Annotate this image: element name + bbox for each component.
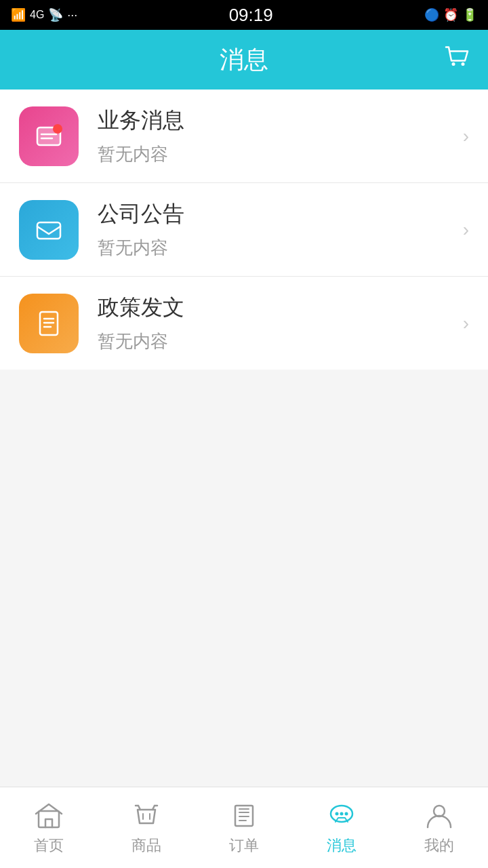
list-item-company-notice[interactable]: 公司公告 暂无内容 › <box>0 183 488 277</box>
svg-rect-5 <box>37 222 60 239</box>
message-list: 业务消息 暂无内容 › 公司公告 暂无内容 › <box>0 90 488 370</box>
svg-point-11 <box>340 812 344 815</box>
nav-item-orders[interactable]: 订单 <box>195 800 293 856</box>
svg-point-12 <box>345 812 348 815</box>
orders-icon <box>228 800 260 831</box>
nav-label-messages: 消息 <box>327 835 357 856</box>
business-msg-arrow: › <box>463 125 469 147</box>
bluetooth-icon: 🔵 <box>424 7 439 22</box>
profile-icon <box>424 800 455 831</box>
more-icon: ··· <box>67 8 77 22</box>
list-item-business-msg[interactable]: 业务消息 暂无内容 › <box>0 90 488 183</box>
products-icon <box>131 800 162 831</box>
svg-point-0 <box>452 62 455 66</box>
company-notice-subtitle: 暂无内容 <box>98 236 455 260</box>
status-left: 📶 4G 📡 ··· <box>11 7 77 22</box>
nav-item-home[interactable]: 首页 <box>0 800 98 856</box>
network-type: 4G <box>30 9 44 21</box>
business-msg-subtitle: 暂无内容 <box>98 142 455 166</box>
status-time: 09:19 <box>229 5 273 26</box>
nav-item-products[interactable]: 商品 <box>98 800 195 856</box>
battery-icon: 🔋 <box>462 7 477 22</box>
nav-label-home: 首页 <box>34 835 64 856</box>
nav-item-profile[interactable]: 我的 <box>390 800 488 856</box>
company-notice-text: 公司公告 暂无内容 <box>98 199 455 260</box>
svg-point-13 <box>434 806 445 816</box>
svg-point-4 <box>53 124 62 134</box>
signal-icon: 📶 <box>11 7 26 22</box>
policy-doc-subtitle: 暂无内容 <box>98 330 455 353</box>
header: 消息 <box>0 30 488 90</box>
policy-doc-title: 政策发文 <box>98 293 455 323</box>
status-right: 🔵 ⏰ 🔋 <box>424 7 477 22</box>
nav-label-profile: 我的 <box>424 835 454 856</box>
cart-button[interactable] <box>442 42 472 78</box>
policy-doc-icon <box>19 294 79 353</box>
content-area: 业务消息 暂无内容 › 公司公告 暂无内容 › <box>0 90 488 578</box>
wifi-icon: 📡 <box>48 7 63 22</box>
nav-label-products: 商品 <box>131 835 161 856</box>
company-notice-icon <box>19 200 79 260</box>
policy-doc-arrow: › <box>463 313 469 334</box>
page-title: 消息 <box>220 43 268 77</box>
home-icon <box>33 800 64 831</box>
status-bar: 📶 4G 📡 ··· 09:19 🔵 ⏰ 🔋 <box>0 0 488 30</box>
svg-point-10 <box>336 812 339 815</box>
nav-item-messages[interactable]: 消息 <box>293 800 390 856</box>
svg-point-1 <box>462 62 465 66</box>
business-msg-text: 业务消息 暂无内容 <box>98 106 455 166</box>
messages-icon <box>326 800 357 831</box>
company-notice-title: 公司公告 <box>98 199 455 229</box>
business-msg-title: 业务消息 <box>98 106 455 136</box>
alarm-icon: ⏰ <box>443 7 458 22</box>
company-notice-arrow: › <box>463 219 469 241</box>
cart-icon <box>442 42 472 72</box>
business-msg-icon <box>19 106 79 166</box>
policy-doc-text: 政策发文 暂无内容 <box>98 293 455 353</box>
content-spacer <box>0 578 488 787</box>
list-item-policy-doc[interactable]: 政策发文 暂无内容 › <box>0 277 488 370</box>
nav-label-orders: 订单 <box>229 835 259 856</box>
bottom-nav: 首页 商品 订单 消息 我的 <box>0 787 488 868</box>
